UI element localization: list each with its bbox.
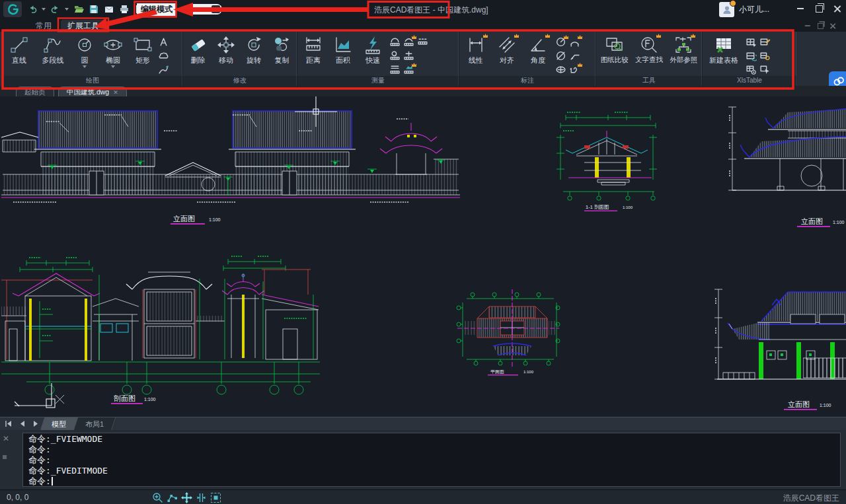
user-account[interactable]: 小可儿... bbox=[719, 2, 769, 17]
angle-dimension-button[interactable]: 角度 bbox=[523, 34, 553, 65]
quick-measure-button[interactable]: 快速 bbox=[358, 34, 387, 65]
doc-tab-close-icon[interactable]: ✕ bbox=[113, 89, 118, 96]
rectangle-button[interactable]: 矩形 bbox=[128, 34, 157, 65]
drawing-roof-plan: 平面图 1:100 bbox=[457, 289, 560, 375]
table-refresh-icon[interactable] bbox=[746, 50, 757, 61]
save-icon[interactable] bbox=[88, 3, 99, 15]
cad-canvas[interactable]: .w{stroke:#d9dfe6;fill:none;stroke-width… bbox=[0, 96, 846, 417]
group-label-xlstable: XlsTable bbox=[703, 76, 796, 86]
command-window: ✕ 命令:_FVIEWMODE 命令: 命令: 命令:_FVEDITMODE 命… bbox=[0, 430, 846, 489]
command-history[interactable]: 命令:_FVIEWMODE 命令: 命令: 命令:_FVEDITMODE 命令: bbox=[22, 433, 841, 487]
dotted-ruler-icon[interactable] bbox=[417, 36, 428, 48]
text-icon[interactable] bbox=[158, 36, 169, 48]
coordinate-measure-icon[interactable] bbox=[389, 50, 401, 61]
redo-dropdown-icon[interactable] bbox=[65, 8, 69, 11]
status-icons bbox=[152, 492, 221, 503]
doc-tab-start-page[interactable]: 起始页 bbox=[16, 87, 54, 97]
button-label: 外部参照 bbox=[670, 55, 697, 65]
tab-layout1[interactable]: 布局1 bbox=[74, 417, 116, 431]
doc-tab-drawing[interactable]: 中国建筑.dwg✕ bbox=[58, 87, 127, 97]
leader-dimension-icon[interactable] bbox=[569, 50, 580, 61]
external-reference-button[interactable]: 外部参照 bbox=[667, 34, 701, 65]
brand-text: 浩辰CAD看图王 bbox=[783, 493, 839, 504]
minimize-button[interactable] bbox=[796, 4, 805, 13]
measure-small-icons bbox=[388, 34, 430, 75]
undo-dropdown-icon[interactable] bbox=[42, 8, 46, 11]
tab-common[interactable]: 常用 bbox=[29, 20, 58, 32]
distance-icon bbox=[303, 35, 323, 55]
diameter-dimension-icon[interactable] bbox=[555, 50, 566, 61]
area-button[interactable]: 面积 bbox=[328, 34, 358, 65]
linear-dimension-button[interactable]: 线性 bbox=[461, 34, 491, 65]
tab-extended-tools[interactable]: 扩展工具 bbox=[61, 20, 106, 32]
measure-list-icon[interactable] bbox=[389, 64, 401, 75]
draw-small-icons bbox=[158, 34, 169, 75]
doc-close-button[interactable] bbox=[829, 22, 837, 29]
table-export-icon[interactable] bbox=[746, 36, 757, 48]
button-label: 直线 bbox=[12, 55, 26, 65]
copy-button[interactable]: 复制 bbox=[268, 34, 295, 65]
label-section: 剖面图 bbox=[114, 394, 135, 402]
radius-dimension-icon[interactable] bbox=[555, 36, 566, 48]
new-table-button[interactable]: 新建表格 bbox=[704, 34, 744, 65]
arc-length-measure-icon[interactable] bbox=[403, 36, 414, 48]
window-title: 浩辰CAD看图王 - 中国建筑.dwg] bbox=[374, 5, 488, 16]
circle-button[interactable]: 圆 bbox=[71, 34, 98, 68]
rotate-icon bbox=[244, 35, 264, 55]
table-select-icon[interactable] bbox=[759, 64, 771, 75]
table-link-icon[interactable] bbox=[759, 50, 771, 61]
move-button[interactable]: 移动 bbox=[212, 34, 239, 65]
ellipse-dropdown-icon[interactable] bbox=[111, 65, 115, 68]
line-button[interactable]: 直线 bbox=[4, 34, 34, 65]
edit-mode-button[interactable]: 编辑模式 bbox=[137, 3, 176, 16]
revision-cloud-icon[interactable] bbox=[158, 50, 169, 61]
arc-dimension-icon[interactable] bbox=[569, 36, 580, 48]
center-mark-icon[interactable] bbox=[555, 64, 566, 75]
doc-restore-button[interactable] bbox=[816, 22, 824, 29]
polyline-node-icon[interactable] bbox=[167, 492, 178, 503]
full-extent-icon[interactable] bbox=[210, 492, 221, 503]
split-view-icon[interactable] bbox=[196, 492, 207, 503]
erase-button[interactable]: 删除 bbox=[184, 34, 212, 65]
dimension-counter-icon[interactable] bbox=[569, 64, 580, 75]
close-button[interactable] bbox=[833, 4, 842, 13]
polyline-button[interactable]: 多段线 bbox=[35, 34, 71, 65]
app-logo-icon[interactable] bbox=[3, 1, 22, 17]
next-layout-button[interactable] bbox=[32, 419, 40, 428]
rotate-button[interactable]: 旋转 bbox=[241, 34, 268, 65]
restore-button[interactable] bbox=[814, 4, 824, 13]
ellipse-button[interactable]: 椭圆 bbox=[98, 34, 128, 68]
freehand-sketch-icon[interactable] bbox=[158, 64, 169, 75]
angle-measure-icon[interactable] bbox=[389, 36, 401, 48]
area-sum-icon[interactable] bbox=[403, 64, 414, 75]
command-drag-handle-icon[interactable] bbox=[3, 455, 7, 459]
edit-mode-toggle[interactable] bbox=[188, 4, 222, 15]
undo-icon[interactable] bbox=[26, 3, 38, 15]
drawing-compare-button[interactable]: 图纸比较 bbox=[597, 34, 631, 65]
circle-dropdown-icon[interactable] bbox=[83, 65, 87, 68]
command-close-icon[interactable]: ✕ bbox=[3, 434, 20, 443]
move-icon bbox=[216, 35, 236, 55]
email-icon[interactable] bbox=[103, 3, 114, 15]
command-input-line[interactable]: 命令: bbox=[28, 476, 835, 487]
aligned-dimension-button[interactable]: 对齐 bbox=[492, 34, 522, 65]
text-find-button[interactable]: 文字查找 bbox=[632, 34, 666, 65]
tab-model[interactable]: 模型 bbox=[40, 417, 78, 431]
print-icon[interactable] bbox=[118, 3, 130, 15]
group-label-measure: 测量 bbox=[297, 76, 459, 86]
prev-layout-button[interactable] bbox=[18, 419, 26, 428]
text-cursor bbox=[52, 477, 53, 486]
leader-measure-icon[interactable] bbox=[403, 50, 414, 61]
open-file-icon[interactable] bbox=[73, 3, 84, 15]
table-settings-icon[interactable] bbox=[746, 64, 757, 75]
distance-button[interactable]: 距离 bbox=[299, 34, 328, 65]
table-edit-icon[interactable] bbox=[759, 36, 771, 48]
redo-icon[interactable] bbox=[50, 3, 61, 15]
new-table-icon bbox=[714, 35, 734, 55]
first-layout-button[interactable] bbox=[4, 419, 12, 428]
zoom-extents-icon[interactable] bbox=[152, 492, 163, 503]
group-label-tools: 工具 bbox=[596, 76, 702, 86]
doc-minimize-button[interactable] bbox=[804, 22, 811, 29]
area-icon bbox=[333, 35, 353, 55]
pan-icon[interactable] bbox=[181, 492, 192, 503]
